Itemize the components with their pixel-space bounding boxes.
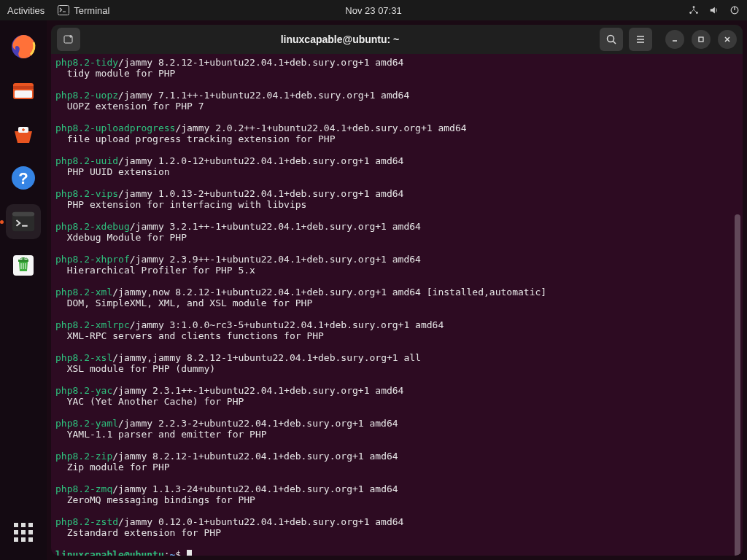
topbar-app-indicator[interactable]: Terminal: [58, 5, 109, 16]
package-desc: PHP UUID extension: [67, 166, 170, 177]
package-desc: DOM, SimpleXML, XML, and XSL module for …: [67, 298, 313, 308]
dock-firefox[interactable]: [6, 29, 41, 64]
package-name: php8.2-zmq: [55, 483, 112, 494]
close-icon: [723, 35, 732, 44]
topbar-app-label: Terminal: [74, 5, 109, 16]
dock-help[interactable]: ?: [6, 160, 41, 195]
svg-rect-9: [15, 90, 32, 98]
package-desc: XSL module for PHP (dummy): [67, 363, 216, 374]
package-name: php8.2-yaml: [55, 418, 118, 429]
prompt-symbol: $: [175, 549, 187, 556]
package-version: /jammy 2.3.9++-1+ubuntu22.04.1+deb.sury.…: [130, 254, 421, 265]
package-version: /jammy 8.2.12-1+ubuntu22.04.1+deb.sury.o…: [118, 57, 403, 68]
scrollbar[interactable]: [735, 214, 740, 556]
package-name: php8.2-xhprof: [55, 254, 130, 265]
terminal-window: linuxcapable@ubuntu: ~: [51, 25, 743, 556]
gnome-topbar: Activities Terminal Nov 23 07:31: [0, 0, 747, 20]
package-desc: Zstandard extension for PHP: [67, 527, 221, 538]
package-version: /jammy 8.2.12-1+ubuntu22.04.1+deb.sury.o…: [112, 451, 398, 462]
titlebar: linuxcapable@ubuntu: ~: [51, 25, 743, 54]
dock-terminal[interactable]: [6, 204, 41, 239]
package-desc: YAC (Yet Another Cache) for PHP: [67, 396, 244, 407]
package-desc: Zip module for PHP: [67, 462, 170, 472]
terminal-icon: [58, 5, 69, 15]
package-name: php8.2-xmlrpc: [55, 319, 130, 330]
dock-files[interactable]: [6, 73, 41, 108]
network-icon[interactable]: [689, 5, 699, 15]
package-version: /jammy 2.3.1++-1+ubuntu22.04.1+deb.sury.…: [112, 385, 403, 396]
package-version: /jammy 1.2.0-12+ubuntu22.04.1+deb.sury.o…: [118, 155, 403, 166]
clock[interactable]: Nov 23 07:31: [345, 5, 401, 16]
cursor: [187, 550, 192, 556]
maximize-button[interactable]: [692, 30, 711, 49]
package-desc: Xdebug Module for PHP: [67, 232, 187, 243]
package-name: php8.2-vips: [55, 188, 118, 199]
svg-rect-14: [12, 212, 34, 217]
package-name: php8.2-zstd: [55, 516, 118, 527]
new-tab-button[interactable]: [57, 28, 80, 51]
package-version: /jammy 2.0.2++-1+ubuntu22.04.1+deb.sury.…: [175, 122, 466, 133]
terminal-output[interactable]: php8.2-tidy/jammy 8.2.12-1+ubuntu22.04.1…: [51, 54, 743, 556]
svg-rect-22: [699, 37, 703, 42]
package-desc: YAML-1.1 parser and emitter for PHP: [67, 429, 267, 440]
package-version: /jammy 0.12.0-1+ubuntu22.04.1+deb.sury.o…: [118, 516, 403, 527]
svg-text:?: ?: [18, 169, 28, 187]
volume-icon[interactable]: [709, 5, 719, 15]
menu-button[interactable]: [629, 28, 652, 51]
minimize-button[interactable]: [665, 30, 684, 49]
package-desc: XML-RPC servers and clients functions fo…: [67, 330, 324, 341]
package-version: /jammy 1.0.13-2+ubuntu22.04.1+deb.sury.o…: [118, 188, 403, 199]
package-version: /jammy 7.1.1++-1+ubuntu22.04.1+deb.sury.…: [118, 90, 409, 101]
package-desc: file upload progress tracking extension …: [67, 133, 336, 144]
package-name: php8.2-xdebug: [55, 221, 130, 232]
package-version: /jammy 1.1.3-24+ubuntu22.04.1+deb.sury.o…: [112, 483, 398, 494]
package-name: php8.2-uploadprogress: [55, 122, 175, 133]
package-version: /jammy 3:1.0.0~rc3-5+ubuntu22.04.1+deb.s…: [130, 319, 444, 330]
dock-software[interactable]: [6, 117, 41, 152]
package-version: /jammy 2.2.3-2+ubuntu22.04.1+deb.sury.or…: [118, 418, 398, 429]
close-button[interactable]: [718, 30, 737, 49]
package-desc: UOPZ extension for PHP 7: [67, 101, 204, 112]
search-icon: [605, 34, 617, 45]
svg-rect-0: [58, 6, 69, 15]
power-icon[interactable]: [729, 5, 740, 15]
package-name: php8.2-uuid: [55, 155, 118, 166]
package-version: /jammy 3.2.1++-1+ubuntu22.04.1+deb.sury.…: [130, 221, 421, 232]
hamburger-icon: [635, 34, 646, 45]
svg-point-19: [608, 36, 614, 42]
package-name: php8.2-yac: [55, 385, 112, 396]
activities-button[interactable]: Activities: [7, 5, 44, 16]
package-desc: PHP extension for interfacing with libvi…: [67, 199, 307, 210]
svg-rect-8: [13, 86, 34, 89]
package-name: php8.2-zip: [55, 451, 112, 462]
package-name: php8.2-tidy: [55, 57, 118, 68]
dock-show-apps[interactable]: [6, 515, 41, 550]
dock-trash[interactable]: [6, 248, 41, 283]
search-button[interactable]: [600, 28, 623, 51]
package-version: /jammy,now 8.2.12-1+ubuntu22.04.1+deb.su…: [112, 287, 546, 298]
prompt-sep: :: [164, 549, 170, 556]
prompt-user: linuxcapable@ubuntu: [55, 549, 164, 556]
package-name: php8.2-xml: [55, 287, 112, 298]
package-name: php8.2-xsl: [55, 352, 112, 363]
package-desc: Hierarchical Profiler for PHP 5.x: [67, 265, 255, 276]
package-name: php8.2-uopz: [55, 90, 118, 101]
package-version: /jammy,jammy 8.2.12-1+ubuntu22.04.1+deb.…: [112, 352, 421, 363]
dock: ?: [0, 20, 47, 560]
package-desc: ZeroMQ messaging bindings for PHP: [67, 494, 255, 505]
svg-line-20: [614, 42, 616, 44]
package-desc: tidy module for PHP: [67, 68, 176, 79]
maximize-icon: [697, 35, 705, 44]
minimize-icon: [670, 35, 679, 44]
window-title: linuxcapable@ubuntu: ~: [86, 34, 594, 45]
